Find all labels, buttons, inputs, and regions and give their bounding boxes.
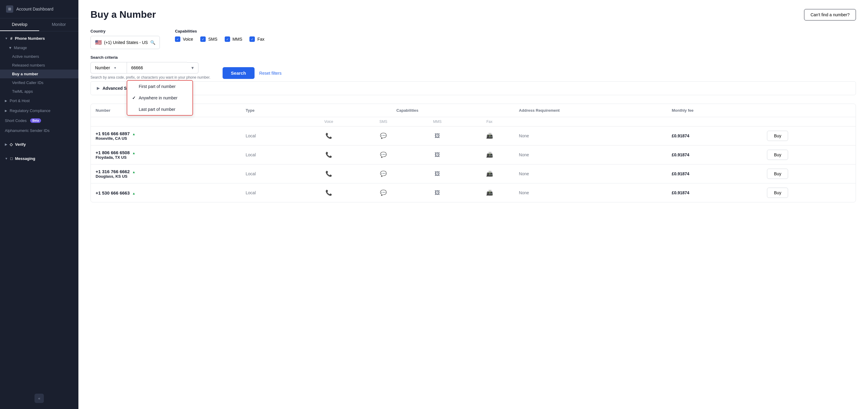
cap-sms[interactable]: ✓ SMS <box>200 36 217 42</box>
mms-checkbox[interactable]: ✓ <box>225 36 230 42</box>
search-criteria-container: Number ▼ ▼ Search by area code, prefix, … <box>91 62 211 79</box>
mms-cap-2: 🖼 <box>415 152 460 158</box>
voice-checkbox[interactable]: ✓ <box>175 36 180 42</box>
reset-filters-button[interactable]: Reset filters <box>259 71 282 76</box>
verify-label: Verify <box>15 142 26 147</box>
sidebar-section-header-verify[interactable]: ▶ ◇ Verify <box>0 139 79 150</box>
table-sub-header-row: Voice SMS MMS Fax <box>91 117 856 127</box>
main-content: Buy a Number Can't find a number? Countr… <box>79 0 868 409</box>
search-position-dropdown[interactable]: ▼ <box>187 62 198 73</box>
chevron-right-icon: ▶ <box>5 99 7 102</box>
sidebar-item-released-numbers[interactable]: Released numbers <box>0 61 79 70</box>
sub-empty-5 <box>762 117 856 127</box>
voice-cap-4: 📞 <box>306 190 352 196</box>
sidebar-item-active-numbers[interactable]: Active numbers <box>0 52 79 61</box>
trend-icon-3: ▲ <box>132 170 135 174</box>
caret-down-icon: ▼ <box>191 66 194 70</box>
sub-fax: Fax <box>465 117 514 127</box>
manage-header[interactable]: ▼ Manage <box>0 44 79 52</box>
monthly-fee-1: £0.91874 <box>667 127 762 145</box>
page-header: Buy a Number Can't find a number? <box>91 9 856 21</box>
manage-label: Manage <box>14 46 27 50</box>
sidebar-item-regulatory-compliance[interactable]: ▶ Regulatory Compliance <box>0 106 79 116</box>
trend-icon-1: ▲ <box>132 132 135 136</box>
search-input[interactable] <box>127 62 187 73</box>
buy-button-2[interactable]: Buy <box>767 150 788 160</box>
type-cell-3: Local <box>241 165 301 183</box>
sub-sms: SMS <box>357 117 410 127</box>
chevron-right-icon-verify: ▶ <box>5 143 7 146</box>
search-position-popup: First part of number ✓ Anywhere in numbe… <box>127 80 193 116</box>
buy-button-1[interactable]: Buy <box>767 131 788 141</box>
sidebar-item-alphanumeric-sender-ids[interactable]: Alphanumeric Sender IDs <box>0 126 79 136</box>
verify-icon: ◇ <box>10 142 13 147</box>
table-row: +1 530 666 6663 ▲ Local 📞 💬 🖼 📠 None £0.… <box>91 183 856 202</box>
mms-cap-3: 🖼 <box>415 171 460 177</box>
capabilities-label: Capabilities <box>175 29 265 33</box>
last-option-label: Last part of number <box>139 107 175 112</box>
fax-checkbox[interactable]: ✓ <box>249 36 255 42</box>
sms-cap-2: 💬 <box>362 151 405 158</box>
port-host-label: Port & Host <box>10 99 30 103</box>
voice-cap-2: 📞 <box>306 151 352 158</box>
sidebar-item-port-host[interactable]: ▶ Port & Host <box>0 96 79 106</box>
capabilities-row: ✓ Voice ✓ SMS ✓ MMS ✓ Fax <box>175 36 265 42</box>
sms-cap-4: 💬 <box>362 190 405 196</box>
number-cell-3: +1 316 766 6662 ▲ Douglass, KS US <box>91 165 241 183</box>
sub-empty-2 <box>241 117 301 127</box>
sms-checkbox[interactable]: ✓ <box>200 36 206 42</box>
tab-develop[interactable]: Develop <box>0 19 39 31</box>
account-label: Account Dashboard <box>16 7 53 11</box>
search-type-dropdown[interactable]: Number ▼ <box>91 62 127 73</box>
dropdown-option-first[interactable]: First part of number <box>127 81 192 92</box>
country-label: Country <box>91 29 160 33</box>
cap-fax[interactable]: ✓ Fax <box>249 36 264 42</box>
first-option-label: First part of number <box>139 84 176 89</box>
mms-label: MMS <box>232 37 243 41</box>
fax-cap-2: 📠 <box>470 151 509 158</box>
chevron-down-icon-messaging: ▼ <box>5 157 8 160</box>
tab-monitor[interactable]: Monitor <box>39 19 79 31</box>
sidebar-item-twiml-apps[interactable]: TwiML apps <box>0 87 79 96</box>
cap-voice[interactable]: ✓ Voice <box>175 36 193 42</box>
sidebar-section-messaging: ▼ □ Messaging <box>0 151 79 166</box>
table-row: +1 806 666 6508 ▲ Floydada, TX US Local … <box>91 145 856 165</box>
trend-icon-2: ▲ <box>132 151 135 155</box>
dropdown-option-anywhere[interactable]: ✓ Anywhere in number <box>127 92 192 104</box>
cap-mms[interactable]: ✓ MMS <box>225 36 243 42</box>
search-hint: Search by area code, prefix, or characte… <box>91 75 211 79</box>
manage-chevron-icon: ▼ <box>8 46 12 50</box>
country-group: Country 🇺🇸 (+1) United States - US 🔍 <box>91 29 160 49</box>
advanced-search-toggle[interactable]: ▶ Advanced Search <box>91 81 856 95</box>
col-address-req: Address Requirement <box>514 104 667 117</box>
dropdown-option-last[interactable]: Last part of number <box>127 104 192 115</box>
monthly-fee-3: £0.91874 <box>667 165 762 183</box>
sidebar-item-verified-caller-ids[interactable]: Verified Caller IDs <box>0 78 79 87</box>
sms-cap-1: 💬 <box>362 133 405 139</box>
search-icon: 🔍 <box>150 40 155 45</box>
fax-label: Fax <box>257 37 264 41</box>
col-capabilities: Capabilities <box>301 104 514 117</box>
account-dashboard-link[interactable]: ⊞ Account Dashboard <box>0 0 79 19</box>
col-monthly-fee: Monthly fee <box>667 104 762 117</box>
buy-button-4[interactable]: Buy <box>767 188 788 198</box>
table-header-row: Number Type Capabilities Address Require… <box>91 104 856 117</box>
country-select[interactable]: 🇺🇸 (+1) United States - US 🔍 <box>91 36 160 49</box>
form-top-section: Country 🇺🇸 (+1) United States - US 🔍 Cap… <box>91 29 856 49</box>
sub-mms: MMS <box>410 117 465 127</box>
messaging-label: Messaging <box>15 156 35 161</box>
sub-voice: Voice <box>301 117 357 127</box>
sms-label: SMS <box>208 37 217 41</box>
sidebar-collapse-button[interactable]: « <box>34 394 44 403</box>
cant-find-number-button[interactable]: Can't find a number? <box>804 9 856 21</box>
number-cell-2: +1 806 666 6508 ▲ Floydada, TX US <box>91 145 241 165</box>
buy-button-3[interactable]: Buy <box>767 169 788 179</box>
page-title: Buy a Number <box>91 9 156 20</box>
search-button[interactable]: Search <box>223 67 254 79</box>
sidebar-section-header-messaging[interactable]: ▼ □ Messaging <box>0 153 79 164</box>
sidebar-section-header-phone-numbers[interactable]: ▼ # Phone Numbers <box>0 33 79 44</box>
sidebar-item-buy-number[interactable]: Buy a number <box>0 70 79 78</box>
chevron-right-icon-advanced: ▶ <box>97 86 99 90</box>
sidebar-item-short-codes[interactable]: Short Codes Beta <box>0 116 79 126</box>
account-icon: ⊞ <box>6 5 13 13</box>
